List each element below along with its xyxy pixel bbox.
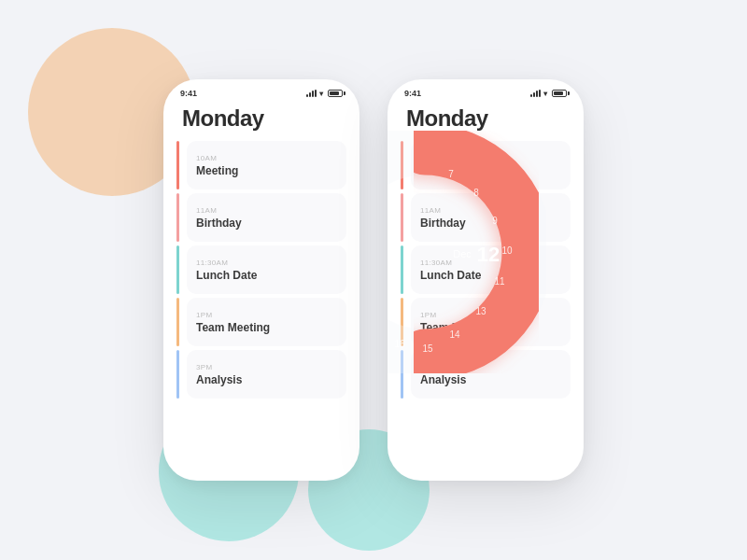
status-bar-left: 9:41 ▾: [163, 79, 359, 102]
phones-container: 9:41 ▾ Monday 10AM Meeting: [0, 0, 747, 560]
signal-bar-r2: [533, 92, 535, 97]
list-item[interactable]: 10AM Meeting: [176, 141, 346, 189]
event-bar: [176, 245, 179, 294]
svg-text:14: 14: [449, 329, 460, 340]
chart-overlay: 7 8 9 10 11 Dec 12 13 14 15 16 17: [388, 131, 546, 373]
battery-fill-right: [554, 91, 563, 95]
event-bar: [176, 298, 179, 346]
wifi-icon: ▾: [319, 90, 323, 98]
event-content: 10AM Meeting: [187, 141, 346, 189]
event-title: Meeting: [196, 164, 337, 177]
list-item[interactable]: 1PM Team Meeting: [176, 298, 346, 346]
wifi-icon-right: ▾: [543, 90, 547, 98]
signal-bar-4: [315, 90, 317, 97]
event-title: Team Meeting: [196, 321, 337, 334]
signal-bar-1: [306, 94, 308, 97]
signal-bar-r3: [536, 91, 538, 97]
event-time: 10AM: [196, 154, 337, 162]
event-bar: [176, 193, 179, 242]
event-time: 11:30AM: [196, 259, 337, 267]
event-bar: [176, 350, 179, 399]
event-title: Birthday: [196, 217, 337, 230]
event-content: 11AM Birthday: [187, 193, 346, 242]
svg-text:10: 10: [501, 245, 513, 256]
battery-fill: [330, 91, 339, 95]
battery-icon-right: [552, 90, 567, 97]
event-title: Analysis: [420, 373, 561, 386]
event-time: 3PM: [196, 363, 337, 371]
signal-bar-2: [309, 92, 311, 97]
status-time-right: 9:41: [404, 89, 421, 98]
list-item[interactable]: 11AM Birthday: [176, 193, 346, 242]
events-list-left: 10AM Meeting 11AM Birthday 11:30AM Lunch…: [163, 141, 359, 481]
svg-text:8: 8: [473, 188, 479, 198]
event-title: Analysis: [196, 373, 337, 386]
signal-bar-3: [312, 91, 314, 97]
phone-left-heading: Monday: [163, 102, 359, 141]
svg-text:11: 11: [494, 276, 505, 287]
svg-text:15: 15: [422, 343, 433, 354]
event-time: 11AM: [196, 206, 337, 215]
svg-text:13: 13: [475, 306, 486, 316]
status-icons-left: ▾: [306, 90, 343, 98]
list-item[interactable]: 3PM Analysis: [176, 350, 346, 399]
event-content: 11:30AM Lunch Date: [187, 245, 346, 294]
event-time: 1PM: [196, 311, 337, 319]
status-bar-right: 9:41 ▾: [388, 79, 584, 102]
signal-icon: [306, 90, 317, 97]
signal-icon-right: [530, 90, 541, 97]
list-item[interactable]: 11:30AM Lunch Date: [176, 245, 346, 294]
svg-text:9: 9: [492, 216, 498, 226]
svg-text:12: 12: [477, 243, 500, 266]
event-content: 1PM Team Meeting: [187, 298, 346, 346]
event-bar: [176, 141, 179, 189]
phone-left: 9:41 ▾ Monday 10AM Meeting: [163, 79, 359, 481]
status-icons-right: ▾: [530, 90, 567, 98]
phone-right: 7 8 9 10 11 Dec 12 13 14 15 16 17 9:41: [388, 79, 584, 481]
svg-text:16: 16: [394, 339, 405, 349]
status-time-left: 9:41: [180, 89, 197, 98]
battery-icon: [328, 90, 343, 97]
event-content: 3PM Analysis: [187, 350, 346, 399]
signal-bar-r1: [530, 94, 532, 97]
event-title: Lunch Date: [196, 269, 337, 282]
donut-chart: 7 8 9 10 11 Dec 12 13 14 15 16 17: [388, 131, 546, 373]
svg-text:7: 7: [448, 169, 454, 179]
svg-text:Dec: Dec: [453, 248, 472, 259]
signal-bar-r4: [539, 90, 541, 97]
